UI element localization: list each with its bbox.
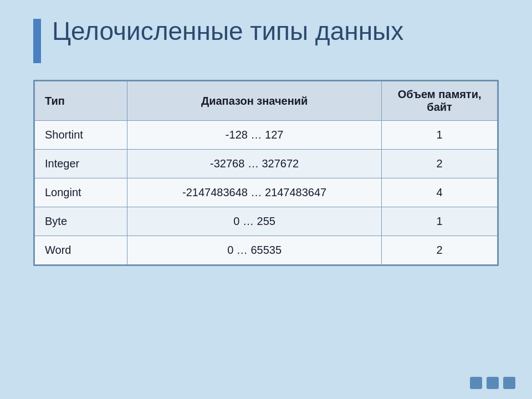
cell-type-4: Word	[35, 236, 127, 265]
bottom-bar	[470, 377, 515, 389]
page-container: Целочисленные типы данных Тип Диапазон з…	[0, 0, 532, 399]
cell-memory-4: 2	[382, 236, 498, 265]
table-row: Byte0 … 2551	[35, 207, 498, 236]
cell-range-1: -32768 … 327672	[127, 150, 382, 178]
cell-memory-1: 2	[382, 150, 498, 178]
cell-memory-2: 4	[382, 178, 498, 207]
header-memory: Объем памяти, байт	[382, 81, 498, 121]
cell-type-3: Byte	[35, 207, 127, 236]
cell-memory-0: 1	[382, 121, 498, 150]
cell-type-2: Longint	[35, 178, 127, 207]
data-table-wrapper: Тип Диапазон значений Объем памяти, байт…	[33, 80, 499, 266]
cell-range-4: 0 … 65535	[127, 236, 382, 265]
integer-types-table: Тип Диапазон значений Объем памяти, байт…	[34, 81, 498, 265]
cell-range-3: 0 … 255	[127, 207, 382, 236]
cell-memory-3: 1	[382, 207, 498, 236]
header-type: Тип	[35, 81, 127, 121]
table-row: Shortint-128 … 1271	[35, 121, 498, 150]
table-header-row: Тип Диапазон значений Объем памяти, байт	[35, 81, 498, 121]
page-title: Целочисленные типы данных	[52, 17, 403, 46]
bottom-dot-2	[487, 377, 499, 389]
table-row: Word0 … 655352	[35, 236, 498, 265]
cell-range-0: -128 … 127	[127, 121, 382, 150]
cell-range-2: -2147483648 … 2147483647	[127, 178, 382, 207]
table-row: Integer-32768 … 3276722	[35, 150, 498, 178]
cell-type-0: Shortint	[35, 121, 127, 150]
blue-bar-decoration	[33, 19, 41, 63]
table-row: Longint-2147483648 … 21474836474	[35, 178, 498, 207]
title-section: Целочисленные типы данных	[33, 17, 499, 63]
bottom-dot-1	[470, 377, 482, 389]
cell-type-1: Integer	[35, 150, 127, 178]
bottom-dot-3	[503, 377, 515, 389]
header-range: Диапазон значений	[127, 81, 382, 121]
